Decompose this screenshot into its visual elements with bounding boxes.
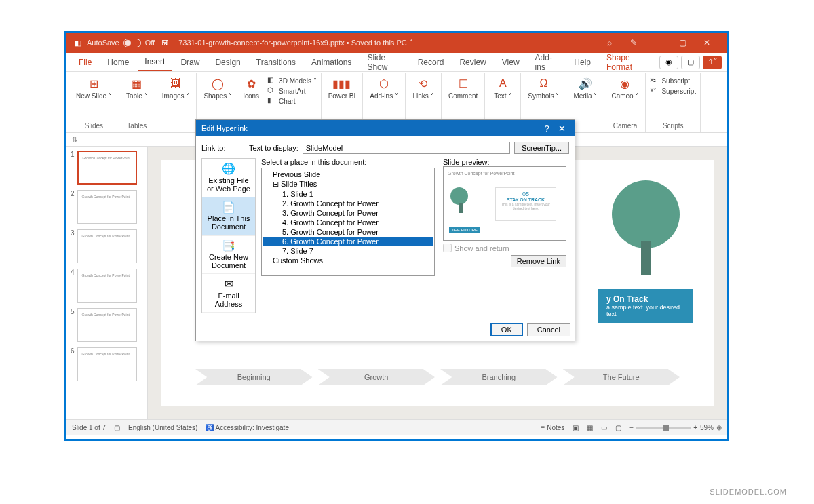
book-icon[interactable]: ▢ <box>114 424 120 431</box>
ribbon-cameo-[interactable]: ◉Cameo ˅ <box>608 75 641 101</box>
tree-graphic <box>605 180 686 282</box>
tab-help[interactable]: Help <box>567 54 598 71</box>
view-normal-icon[interactable]: ▣ <box>573 424 579 431</box>
remove-link-button[interactable]: Remove Link <box>511 255 566 267</box>
slide-preview: Growth Concept for PowerPoint THE FUTURE… <box>443 166 566 241</box>
zoom-slider[interactable] <box>636 427 691 429</box>
show-return-label: Show and return <box>454 244 509 252</box>
autosave-toggle[interactable] <box>123 39 141 47</box>
tab-add-ins[interactable]: Add-ins <box>528 50 566 75</box>
ribbon-chart[interactable]: ▮Chart <box>267 96 317 106</box>
notes-button[interactable]: ≡ Notes <box>541 424 565 431</box>
place-item[interactable]: ⊟ Slide Titles <box>263 179 433 189</box>
autosave-label: AutoSave <box>87 39 119 47</box>
autosave-state: Off <box>145 39 155 47</box>
document-title[interactable]: 7331-01-growth-concept-for-powerpoint-16… <box>178 39 413 47</box>
link-type-place-in-this-document[interactable]: 📄Place in This Document <box>202 197 255 236</box>
ribbon-shapes-[interactable]: ◯Shapes ˅ <box>201 75 235 101</box>
tab-home[interactable]: Home <box>100 54 136 71</box>
place-item[interactable]: 1. Slide 1 <box>263 189 433 199</box>
tab-shape-format[interactable]: Shape Format <box>600 50 657 75</box>
record-icon[interactable]: ◉ <box>659 56 678 69</box>
tab-file[interactable]: File <box>72 54 98 71</box>
show-return-checkbox <box>443 244 452 252</box>
ribbon-icons[interactable]: ✿Icons <box>237 75 265 101</box>
accessibility-status[interactable]: ♿ Accessibility: Investigate <box>206 424 289 431</box>
thumbnail-2[interactable]: 2Growth Concept for PowerPoint <box>71 190 143 224</box>
tab-design[interactable]: Design <box>208 54 247 71</box>
ribbon-symbols-[interactable]: ΩSymbols ˅ <box>525 75 562 101</box>
ribbon-text-[interactable]: AText ˅ <box>489 75 516 101</box>
close-button[interactable]: ✕ <box>695 38 719 47</box>
arrow-beginning[interactable]: Beginning <box>195 369 313 385</box>
view-reading-icon[interactable]: ▭ <box>601 424 607 431</box>
link-type-existing-file-or-web-page[interactable]: 🌐Existing File or Web Page <box>202 159 255 197</box>
present-icon[interactable]: ▢ <box>681 56 700 69</box>
tab-review[interactable]: Review <box>452 54 492 71</box>
place-item[interactable]: 5. Growth Concept for Power <box>263 227 433 237</box>
arrow-branching[interactable]: Branching <box>440 369 558 385</box>
dialog-close-button[interactable]: ✕ <box>554 123 569 134</box>
screentip-button[interactable]: ScreenTip... <box>514 142 569 154</box>
link-type-create-new-document[interactable]: 📑Create New Document <box>202 236 255 275</box>
arrow-growth[interactable]: Growth <box>318 369 435 385</box>
ribbon-comment[interactable]: ☐Comment <box>446 75 480 101</box>
ribbon-power-bi[interactable]: ▮▮▮Power BI <box>326 75 359 101</box>
ribbon-table-[interactable]: ▦Table ˅ <box>123 75 151 101</box>
zoom-out-button[interactable]: − <box>629 424 634 431</box>
ribbon-images-[interactable]: 🖼Images ˅ <box>159 75 193 101</box>
ribbon--d-models-[interactable]: ◧3D Models ˅ <box>267 76 317 85</box>
fit-icon[interactable]: ⊕ <box>716 424 722 431</box>
view-sorter-icon[interactable]: ▦ <box>587 424 593 431</box>
thumbnail-5[interactable]: 5Growth Concept for PowerPoint <box>71 308 143 342</box>
cancel-button[interactable]: Cancel <box>527 323 570 336</box>
share-button[interactable]: ⇧˅ <box>703 56 722 69</box>
tab-draw[interactable]: Draw <box>174 54 206 71</box>
link-to-label: Link to: <box>201 144 245 152</box>
slide-counter[interactable]: Slide 1 of 7 <box>72 424 106 431</box>
thumbnail-6[interactable]: 6Growth Concept for PowerPoint <box>71 347 143 381</box>
ribbon-smartart[interactable]: ⬡SmartArt <box>267 86 317 96</box>
thumbnail-3[interactable]: 3Growth Concept for PowerPoint <box>71 229 143 263</box>
statusbar: Slide 1 of 7 ▢ English (United States) ♿… <box>66 419 727 435</box>
place-item[interactable]: 7. Slide 7 <box>263 246 433 256</box>
minimize-button[interactable]: — <box>646 38 670 47</box>
arrow-the-future[interactable]: The Future <box>563 369 680 385</box>
slide-text-box[interactable]: y On Track a sample text. your desired t… <box>598 289 693 323</box>
view-slideshow-icon[interactable]: ▢ <box>615 424 621 431</box>
place-item[interactable]: Previous Slide <box>263 170 433 179</box>
save-icon[interactable]: 🖫 <box>161 39 169 47</box>
menubar: File HomeInsertDrawDesignTransitionsAnim… <box>66 53 727 72</box>
place-item[interactable]: 4. Growth Concept for Power <box>263 218 433 227</box>
maximize-button[interactable]: ▢ <box>670 38 695 47</box>
tab-slide-show[interactable]: Slide Show <box>360 50 408 75</box>
dialog-help-button[interactable]: ? <box>539 123 554 134</box>
place-item[interactable]: Custom Shows <box>263 256 433 265</box>
ribbon-subscript[interactable]: x₂Subscript <box>650 76 696 85</box>
ribbon-add-ins-[interactable]: ⬡Add-ins ˅ <box>367 75 401 101</box>
place-tree[interactable]: Previous Slide⊟ Slide Titles1. Slide 12.… <box>261 168 435 276</box>
tab-view[interactable]: View <box>495 54 526 71</box>
ribbon-new-slide-[interactable]: ⊞New Slide ˅ <box>73 75 115 101</box>
place-item[interactable]: 2. Growth Concept for Power <box>263 199 433 208</box>
zoom-in-button[interactable]: + <box>693 424 697 431</box>
ok-button[interactable]: OK <box>490 323 523 336</box>
tab-insert[interactable]: Insert <box>138 54 172 71</box>
tab-transitions[interactable]: Transitions <box>250 54 303 71</box>
ribbon-links-[interactable]: ⟲Links ˅ <box>410 75 437 101</box>
thumbnail-4[interactable]: 4Growth Concept for PowerPoint <box>71 269 143 303</box>
place-item[interactable]: 3. Growth Concept for Power <box>263 208 433 218</box>
pen-icon[interactable]: ✎ <box>621 38 646 47</box>
tab-animations[interactable]: Animations <box>305 54 358 71</box>
search-icon[interactable]: ⌕ <box>597 38 621 47</box>
place-item[interactable]: 6. Growth Concept for Power <box>263 237 433 246</box>
text-to-display-input[interactable] <box>303 142 510 154</box>
ribbon-media-[interactable]: 🔊Media ˅ <box>570 75 600 101</box>
app-icon: ◧ <box>75 39 81 47</box>
zoom-level[interactable]: 59% <box>700 424 714 431</box>
tab-record[interactable]: Record <box>411 54 451 71</box>
language-status[interactable]: English (United States) <box>128 424 197 431</box>
link-type-e-mail-address[interactable]: ✉E-mail Address <box>202 274 255 313</box>
ribbon-superscript[interactable]: x²Superscript <box>650 86 696 96</box>
thumbnail-1[interactable]: 1Growth Concept for PowerPoint <box>71 151 143 185</box>
